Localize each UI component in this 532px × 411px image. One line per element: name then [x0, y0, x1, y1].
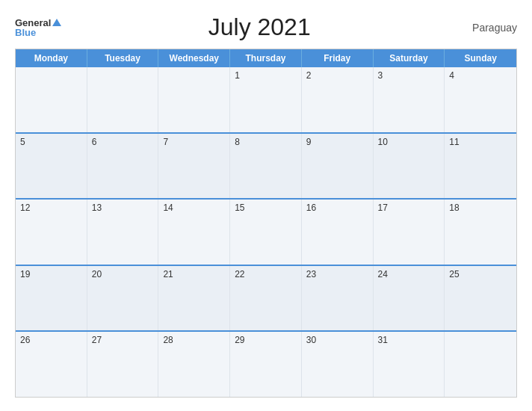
day-number: 23 — [306, 269, 368, 279]
day-number: 24 — [378, 269, 440, 279]
calendar-day-cell: 6 — [87, 134, 159, 199]
day-number: 18 — [449, 203, 512, 213]
logo-general-text: General — [15, 18, 61, 28]
day-number: 29 — [235, 335, 297, 345]
day-number: 1 — [235, 70, 297, 81]
weekday-header-cell: Sunday — [445, 49, 516, 67]
page-header: General Blue July 2021 Paraguay — [15, 13, 517, 41]
calendar-day-cell: 16 — [302, 200, 374, 265]
day-number: 8 — [235, 137, 297, 147]
calendar-day-cell: 23 — [302, 266, 374, 331]
calendar-day-cell: 3 — [374, 67, 445, 132]
calendar-empty-cell — [87, 67, 159, 132]
calendar-day-cell: 12 — [16, 200, 87, 265]
day-number: 3 — [378, 70, 440, 81]
day-number: 19 — [20, 269, 82, 279]
logo-blue-text: Blue — [15, 28, 61, 37]
day-number: 20 — [92, 269, 154, 279]
calendar-day-cell: 14 — [158, 200, 230, 265]
calendar-day-cell: 4 — [445, 67, 516, 132]
calendar-day-cell: 27 — [87, 332, 159, 397]
day-number: 22 — [235, 269, 297, 279]
calendar-week-row: 19202122232425 — [16, 265, 516, 331]
calendar-day-cell: 2 — [302, 67, 374, 132]
day-number: 11 — [449, 137, 512, 147]
weekday-header-cell: Tuesday — [87, 49, 159, 67]
calendar-day-cell: 22 — [230, 266, 302, 331]
day-number: 21 — [163, 269, 225, 279]
calendar-week-row: 567891011 — [16, 132, 516, 199]
weekday-header-cell: Thursday — [230, 49, 302, 67]
weekday-header-row: MondayTuesdayWednesdayThursdayFridaySatu… — [16, 49, 516, 67]
calendar-day-cell: 31 — [374, 332, 445, 397]
calendar-day-cell: 21 — [158, 266, 230, 331]
calendar-body: 1234567891011121314151617181920212223242… — [16, 67, 516, 397]
calendar-empty-cell — [445, 332, 516, 397]
calendar-week-row: 1234 — [16, 67, 516, 132]
calendar-day-cell: 9 — [302, 134, 374, 199]
country-label: Paraguay — [457, 22, 517, 34]
day-number: 25 — [449, 269, 512, 279]
calendar-empty-cell — [16, 67, 87, 132]
calendar-day-cell: 18 — [445, 200, 516, 265]
calendar-day-cell: 15 — [230, 200, 302, 265]
calendar-empty-cell — [158, 67, 230, 132]
calendar-day-cell: 25 — [445, 266, 516, 331]
day-number: 15 — [235, 203, 297, 213]
calendar-day-cell: 24 — [374, 266, 445, 331]
day-number: 27 — [92, 335, 154, 345]
day-number: 7 — [163, 137, 225, 147]
weekday-header-cell: Monday — [16, 49, 87, 67]
day-number: 16 — [306, 203, 368, 213]
calendar-day-cell: 13 — [87, 200, 159, 265]
calendar-day-cell: 5 — [16, 134, 87, 199]
logo: General Blue — [15, 18, 61, 37]
day-number: 13 — [92, 203, 154, 213]
calendar-grid: MondayTuesdayWednesdayThursdayFridaySatu… — [15, 49, 517, 398]
calendar-day-cell: 7 — [158, 134, 230, 199]
day-number: 14 — [163, 203, 225, 213]
calendar-day-cell: 30 — [302, 332, 374, 397]
day-number: 2 — [306, 70, 368, 81]
weekday-header-cell: Friday — [302, 49, 374, 67]
day-number: 30 — [306, 335, 368, 345]
calendar-day-cell: 26 — [16, 332, 87, 397]
calendar-title: July 2021 — [61, 13, 457, 41]
weekday-header-cell: Wednesday — [158, 49, 230, 67]
day-number: 26 — [20, 335, 82, 345]
day-number: 17 — [378, 203, 440, 213]
day-number: 5 — [20, 137, 82, 147]
calendar-day-cell: 11 — [445, 134, 516, 199]
day-number: 12 — [20, 203, 82, 213]
logo-triangle-icon — [52, 19, 61, 26]
day-number: 10 — [378, 137, 440, 147]
day-number: 31 — [378, 335, 440, 345]
calendar-page: General Blue July 2021 Paraguay MondayTu… — [0, 0, 532, 411]
calendar-day-cell: 10 — [374, 134, 445, 199]
calendar-day-cell: 1 — [230, 67, 302, 132]
day-number: 9 — [306, 137, 368, 147]
calendar-day-cell: 17 — [374, 200, 445, 265]
calendar-day-cell: 20 — [87, 266, 159, 331]
calendar-week-row: 262728293031 — [16, 330, 516, 397]
calendar-day-cell: 8 — [230, 134, 302, 199]
calendar-day-cell: 28 — [158, 332, 230, 397]
calendar-week-row: 12131415161718 — [16, 198, 516, 265]
calendar-day-cell: 19 — [16, 266, 87, 331]
weekday-header-cell: Saturday — [374, 49, 445, 67]
calendar-day-cell: 29 — [230, 332, 302, 397]
day-number: 28 — [163, 335, 225, 345]
day-number: 6 — [92, 137, 154, 147]
day-number: 4 — [449, 70, 512, 81]
